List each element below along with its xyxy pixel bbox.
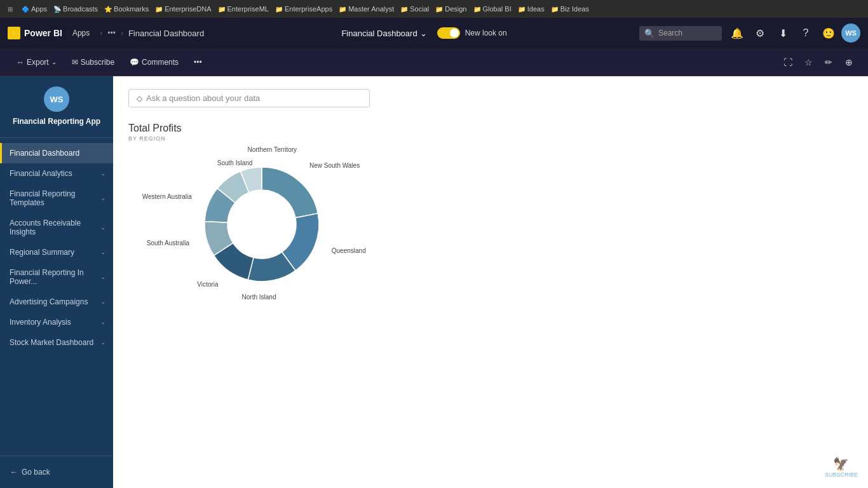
main-content: ◇ Ask a question about your data Total P…: [113, 76, 868, 488]
download-icon[interactable]: ⬇: [773, 23, 793, 43]
sidebar-item-label-8: Stock Market Dashboard: [10, 338, 100, 347]
bookmark-item-master-analyst[interactable]: 📁Master Analyst: [336, 4, 397, 14]
sidebar-item-label-5: Financial Reporting In Power...: [10, 268, 100, 286]
sidebar-item-4[interactable]: Regional Summary ⌄: [0, 242, 113, 262]
sidebar-item-label-2: Financial Reporting Templates: [10, 189, 100, 207]
donut-label-northern-territory: Northern Territory: [247, 146, 297, 153]
bookmark-item-enterpriseapps[interactable]: 📁EnterpriseApps: [273, 4, 335, 14]
sidebar-footer: ← Go back: [0, 456, 113, 488]
grid-icon: ⊞: [5, 4, 15, 14]
donut-label-north-island: North Island: [242, 294, 276, 301]
donut-label-western-australia: Western Australia: [142, 193, 192, 200]
nav-center: Financial Dashboard ⌄ New look on: [209, 26, 634, 41]
qa-bar[interactable]: ◇ Ask a question about your data: [128, 89, 370, 107]
chart-section: Total Profits BY REGION New South WalesQ…: [128, 123, 853, 332]
sidebar-item-label-7: Inventory Analysis: [10, 318, 100, 327]
action-bar-right: ⛶ ☆ ✏ ⊕: [779, 53, 858, 71]
chevron-down-icon: ⌄: [100, 339, 105, 346]
sidebar-item-7[interactable]: Inventory Analysis ⌄: [0, 312, 113, 332]
qa-icon: ◇: [137, 94, 142, 103]
sidebar-item-5[interactable]: Financial Reporting In Power... ⌄: [0, 262, 113, 292]
user-avatar[interactable]: WS: [841, 24, 860, 43]
bookmark-item-bookmarks[interactable]: ⭐Bookmarks: [102, 4, 151, 14]
sidebar-item-0[interactable]: Financial Dashboard: [0, 143, 113, 163]
subscribe-icon: ✉: [72, 58, 78, 67]
more-icon[interactable]: •••: [107, 29, 116, 37]
bookmark-item-ideas[interactable]: 📁Ideas: [515, 4, 547, 14]
sidebar-item-label-1: Financial Analytics: [10, 169, 100, 178]
sidebar-item-8[interactable]: Stock Market Dashboard ⌄: [0, 332, 113, 353]
chevron-down-icon: ⌄: [100, 194, 105, 201]
donut-segment-new-south-wales[interactable]: [262, 167, 318, 218]
chart-title: Total Profits: [128, 123, 853, 134]
go-back-button[interactable]: ← Go back: [8, 464, 105, 480]
apps-button[interactable]: Apps: [67, 26, 95, 40]
bookmark-item-design[interactable]: 📁Design: [433, 4, 469, 14]
watermark: 🦅 SUBSCRIBE: [825, 456, 858, 478]
help-icon[interactable]: ?: [796, 23, 816, 43]
sidebar: WS Financial Reporting App Financial Das…: [0, 76, 113, 488]
sidebar-item-2[interactable]: Financial Reporting Templates ⌄: [0, 184, 113, 213]
chevron-down-icon: ⌄: [100, 224, 105, 231]
pbi-logo-icon: ⚡: [8, 27, 20, 39]
comments-label: Comments: [142, 58, 179, 67]
sidebar-app-name: Financial Reporting App: [13, 117, 100, 127]
sidebar-item-label-6: Advertising Campaigns: [10, 297, 100, 306]
qa-placeholder-text: Ask a question about your data: [146, 93, 260, 103]
main-layout: WS Financial Reporting App Financial Das…: [0, 76, 868, 488]
dashboard-title-dropdown[interactable]: Financial Dashboard ⌄: [336, 26, 431, 41]
settings-icon[interactable]: ⚙: [750, 23, 770, 43]
new-look-switch[interactable]: [437, 27, 460, 39]
sidebar-item-label-3: Accounts Receivable Insights: [10, 219, 100, 236]
comments-button[interactable]: 💬 Comments: [123, 55, 185, 70]
dashboard-title-text: Financial Dashboard: [341, 29, 417, 38]
dashboard-chevron-icon: ⌄: [420, 29, 427, 38]
sidebar-item-6[interactable]: Advertising Campaigns ⌄: [0, 292, 113, 312]
pbi-logo[interactable]: ⚡ Power BI: [8, 27, 62, 39]
donut-label-queensland: Queensland: [332, 247, 366, 254]
bookmark-item-biz-ideas[interactable]: 📁Biz Ideas: [548, 4, 592, 14]
notifications-icon[interactable]: 🔔: [727, 23, 747, 43]
chart-subtitle: BY REGION: [128, 135, 853, 142]
subscribe-button[interactable]: ✉ Subscribe: [65, 55, 121, 70]
bookmark-item-broadcasts[interactable]: 📡Broadcasts: [51, 4, 100, 14]
subscribe-label: Subscribe: [81, 58, 114, 67]
export-chevron-icon: ⌄: [51, 58, 57, 65]
sidebar-item-3[interactable]: Accounts Receivable Insights ⌄: [0, 213, 113, 242]
donut-chart-svg: [192, 154, 332, 294]
export-label: Export: [27, 58, 49, 67]
sidebar-nav: Financial Dashboard Financial Analytics …: [0, 138, 113, 456]
bookmark-item-social[interactable]: 📁Social: [398, 4, 431, 14]
chevron-down-icon: ⌄: [100, 298, 105, 305]
search-input[interactable]: [658, 29, 709, 37]
breadcrumb: Financial Dashboard: [128, 29, 204, 38]
chevron-down-icon: ⌄: [100, 248, 105, 255]
watermark-label: SUBSCRIBE: [825, 471, 858, 478]
go-back-arrow-icon: ←: [10, 468, 18, 477]
edit-icon[interactable]: ✏: [820, 53, 837, 71]
smiley-icon[interactable]: 🙂: [818, 23, 839, 43]
bookmark-item-global-bi[interactable]: 📁Global BI: [471, 4, 514, 14]
nav-sep-2: ›: [121, 29, 123, 37]
bookmark-item-enterpriseml[interactable]: 📁EnterpriseML: [215, 4, 271, 14]
sidebar-header: WS Financial Reporting App: [0, 76, 113, 138]
chevron-down-icon: ⌄: [100, 170, 105, 177]
new-look-label: New look on: [465, 29, 507, 37]
nav-icons: 🔔 ⚙ ⬇ ? 🙂 WS: [727, 23, 860, 43]
search-box[interactable]: 🔍: [639, 26, 722, 41]
export-icon: ↔: [17, 58, 24, 67]
expand-icon[interactable]: ⛶: [779, 53, 797, 71]
more-options-button[interactable]: •••: [187, 55, 208, 70]
export-button[interactable]: ↔ Export ⌄: [10, 55, 63, 70]
bookmark-item-apps[interactable]: 🔷Apps: [19, 4, 50, 14]
favorite-icon[interactable]: ☆: [799, 53, 817, 71]
sidebar-item-label-0: Financial Dashboard: [10, 149, 105, 158]
share-icon[interactable]: ⊕: [840, 53, 858, 71]
new-look-toggle: New look on: [437, 27, 507, 39]
go-back-label: Go back: [22, 468, 50, 477]
sidebar-item-1[interactable]: Financial Analytics ⌄: [0, 163, 113, 184]
donut-chart-wrapper: New South WalesQueenslandNorth IslandVic…: [141, 154, 459, 332]
bookmark-item-enterprisedna[interactable]: 📁EnterpriseDNA: [153, 4, 214, 14]
sidebar-item-label-4: Regional Summary: [10, 248, 100, 257]
watermark-logo-icon: 🦅: [825, 456, 858, 471]
